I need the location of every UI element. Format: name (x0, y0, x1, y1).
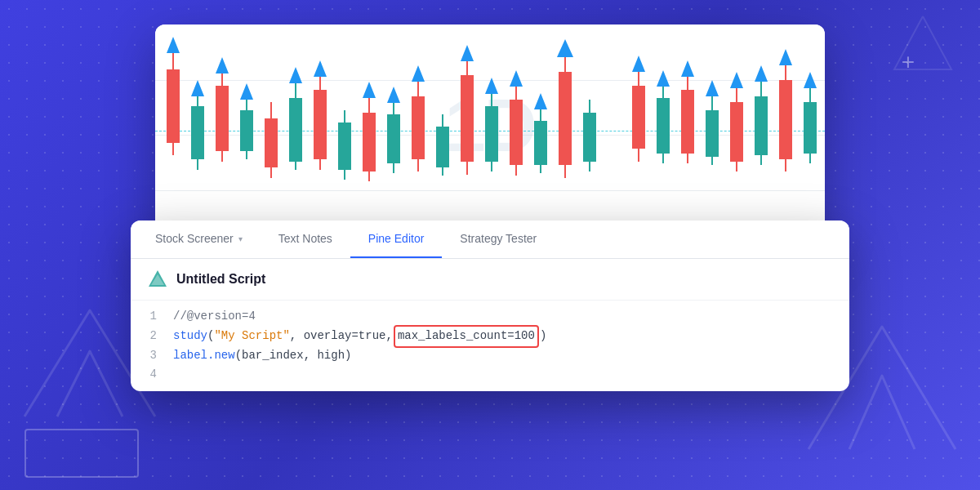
svg-rect-25 (314, 90, 327, 159)
svg-rect-67 (583, 113, 596, 162)
svg-rect-40 (412, 96, 425, 159)
background: ↑ + ↗ 1D (0, 0, 980, 490)
editor-panel: Stock Screener ▾ Text Notes Pine Editor … (131, 220, 849, 391)
svg-rect-21 (289, 98, 302, 162)
svg-marker-99 (804, 72, 817, 88)
svg-rect-55 (510, 100, 523, 165)
svg-marker-11 (216, 57, 229, 74)
svg-rect-78 (681, 90, 694, 154)
svg-rect-14 (240, 110, 253, 151)
line-number: 3 (131, 346, 157, 366)
svg-rect-6 (191, 106, 204, 159)
tab-label: Strategy Tester (460, 232, 537, 245)
code-string-value: "My Script" (214, 327, 289, 346)
code-highlighted-param: max_labels_count=100 (394, 325, 539, 348)
svg-marker-15 (240, 83, 253, 100)
svg-marker-83 (706, 80, 719, 96)
code-line-4 (173, 365, 849, 385)
tab-bar: Stock Screener ▾ Text Notes Pine Editor … (131, 220, 849, 259)
code-args: (bar_index, high) (235, 346, 352, 366)
chart-area: 1D (155, 24, 825, 245)
decorative-rect (24, 429, 139, 478)
tab-pine-editor[interactable]: Pine Editor (350, 220, 442, 258)
svg-marker-79 (681, 60, 694, 77)
svg-marker-60 (534, 93, 547, 109)
svg-marker-48 (461, 45, 474, 61)
line-number: 2 (131, 327, 157, 346)
tab-strategy-tester[interactable]: Strategy Tester (442, 220, 555, 258)
svg-marker-37 (387, 87, 400, 103)
svg-rect-63 (559, 72, 572, 165)
code-area[interactable]: 1 2 3 4 //@version=4 study ( "My Script"… (131, 301, 849, 391)
svg-marker-64 (557, 39, 573, 57)
tab-text-notes[interactable]: Text Notes (261, 220, 350, 258)
editor-header: Untitled Script (131, 259, 849, 301)
line-numbers: 1 2 3 4 (131, 307, 167, 385)
svg-marker-75 (657, 70, 670, 87)
svg-rect-86 (730, 102, 743, 162)
code-paren: ( (207, 327, 214, 346)
svg-rect-2 (167, 69, 180, 143)
code-function-name: study (173, 327, 207, 346)
line-number: 4 (131, 365, 157, 385)
tab-stock-screener[interactable]: Stock Screener ▾ (137, 220, 261, 258)
svg-marker-7 (191, 80, 204, 96)
svg-rect-59 (534, 121, 547, 165)
line-number: 1 (131, 307, 157, 327)
script-title: Untitled Script (176, 272, 265, 287)
svg-marker-87 (730, 72, 743, 88)
tab-label: Pine Editor (368, 232, 424, 245)
code-line-3: label.new (bar_index, high) (173, 346, 849, 366)
triangle-top-right-icon (890, 12, 956, 78)
svg-rect-47 (461, 75, 474, 162)
svg-rect-90 (755, 96, 768, 155)
svg-marker-52 (485, 78, 498, 94)
svg-marker-3 (167, 37, 180, 53)
svg-marker-22 (289, 67, 302, 83)
svg-marker-56 (510, 70, 523, 87)
svg-rect-18 (265, 118, 278, 167)
code-separator: , overlay=true, (290, 327, 393, 346)
svg-rect-98 (804, 102, 817, 154)
code-content: //@version=4 study ( "My Script" , overl… (167, 307, 849, 385)
svg-rect-94 (779, 80, 792, 159)
svg-marker-33 (363, 82, 376, 98)
candlestick-chart (155, 24, 825, 245)
svg-rect-74 (657, 98, 670, 154)
tab-label: Stock Screener (155, 232, 234, 245)
code-line-2: study ( "My Script" , overlay=true, max_… (173, 327, 849, 346)
svg-rect-51 (485, 106, 498, 162)
svg-marker-91 (755, 65, 768, 82)
svg-rect-36 (387, 114, 400, 163)
svg-marker-71 (632, 56, 645, 72)
chart-panel: 1D (155, 24, 825, 245)
svg-rect-32 (363, 113, 376, 172)
tab-label: Text Notes (278, 232, 332, 245)
svg-rect-10 (216, 86, 229, 151)
svg-rect-70 (632, 86, 645, 149)
code-comment: //@version=4 (173, 307, 256, 327)
code-function-name: label.new (173, 346, 235, 366)
svg-marker-26 (314, 60, 327, 77)
svg-rect-82 (706, 110, 719, 157)
svg-marker-95 (779, 49, 792, 65)
svg-rect-29 (338, 122, 351, 170)
svg-rect-44 (436, 127, 449, 167)
tradingview-logo-icon (147, 269, 168, 290)
svg-marker-41 (412, 65, 425, 82)
chevron-down-icon: ▾ (238, 234, 243, 243)
code-close-paren: ) (540, 327, 546, 346)
code-line-1: //@version=4 (173, 307, 849, 327)
